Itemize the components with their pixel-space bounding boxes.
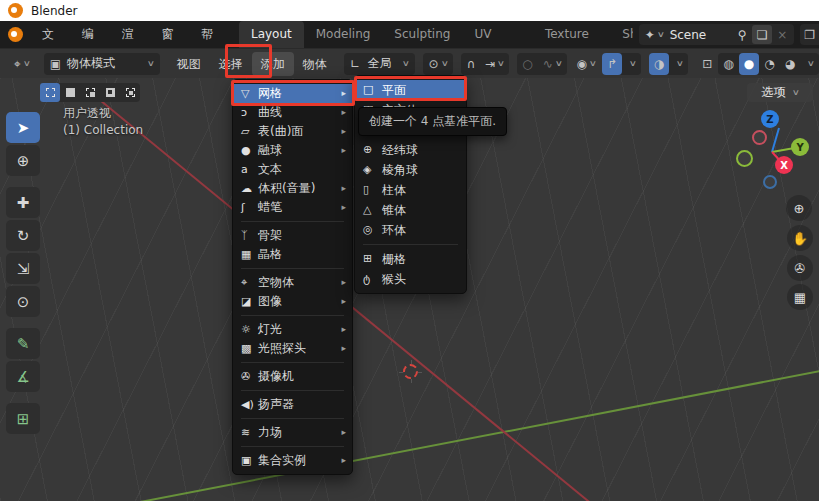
falloff-dropdown[interactable]: ∿ ∨ xyxy=(538,53,567,75)
gizmo-dropdown[interactable]: ∨ xyxy=(622,53,641,75)
menu-object[interactable]: 物体 xyxy=(294,52,336,76)
perspective-toggle-button[interactable]: ▦ xyxy=(787,284,813,310)
ico-sphere-icon: ◈ xyxy=(363,160,382,180)
select-mode-extend[interactable] xyxy=(60,83,80,102)
select-mode-set[interactable] xyxy=(40,83,60,102)
navigation-gizmo[interactable]: Z Y X xyxy=(735,105,815,195)
overlays-dropdown[interactable]: ∨ xyxy=(669,53,688,75)
tooltip: 创建一个 4 点基准平面. xyxy=(358,107,507,136)
visibility-dropdown[interactable]: ◉ ∨ xyxy=(571,53,602,75)
menu-item-grease-pencil[interactable]: ʃ 蜡笔 ▸ xyxy=(233,198,352,217)
menu-item-empty[interactable]: ⌖ 空物体 ▸ xyxy=(233,273,352,292)
measure-tool[interactable]: ∡ xyxy=(6,361,40,392)
app-menu-button[interactable] xyxy=(0,27,31,42)
options-button[interactable]: 选项 ∨ xyxy=(747,83,813,102)
scene-selector[interactable]: ✦ ∨ Scene ⚲ ❏ × xyxy=(639,24,795,45)
menu-item-speaker[interactable]: ◀) 扬声器 xyxy=(233,395,352,414)
editor-type-button[interactable]: ⌖ ∨ xyxy=(8,53,36,75)
menu-item-text[interactable]: a 文本 xyxy=(233,160,352,179)
overlays-icon: ◑ xyxy=(654,57,664,71)
show-overlays-toggle[interactable]: ◑ xyxy=(649,53,669,75)
scale-tool[interactable]: ⇲ xyxy=(6,253,40,284)
menu-view[interactable]: 视图 xyxy=(168,52,210,76)
submenu-item-uv-sphere[interactable]: ⊕ 经纬球 xyxy=(355,140,466,160)
menu-item-image[interactable]: ◪ 图像 ▸ xyxy=(233,292,352,311)
menu-item-camera[interactable]: ✇ 摄像机 xyxy=(233,367,352,386)
view-layer-selector[interactable]: ❐ xyxy=(800,24,819,45)
menu-help[interactable]: 帮助 xyxy=(190,21,230,48)
snap-group: ∩ ⇥ ∨ xyxy=(461,53,509,75)
menu-item-surface[interactable]: ▱ 表(曲)面 ▸ xyxy=(233,122,352,141)
select-mode-group xyxy=(40,83,140,102)
gizmo-minus-z-axis[interactable] xyxy=(763,175,777,189)
add-cube-tool[interactable]: ⊞ xyxy=(6,403,40,434)
select-mode-subtract[interactable] xyxy=(80,83,100,102)
gizmo-minus-y-axis[interactable] xyxy=(736,150,753,167)
menu-item-label: 扬声器 xyxy=(258,395,294,414)
mode-dropdown[interactable]: ▣ 物体模式 ∨ xyxy=(44,53,160,75)
select-mode-invert[interactable] xyxy=(100,83,120,102)
menu-item-metaball[interactable]: ● 融球 ▸ xyxy=(233,141,352,160)
xray-toggle[interactable]: ⊡ xyxy=(696,53,718,75)
pan-button[interactable]: ✋ xyxy=(787,225,813,251)
orientation-dropdown[interactable]: ∟ 全局 ∨ xyxy=(344,53,415,75)
pivot-dropdown[interactable]: ⊙ ∨ xyxy=(423,53,454,75)
annotate-tool[interactable]: ✎ xyxy=(6,328,40,359)
menu-item-force-field[interactable]: ≋ 力场 ▸ xyxy=(233,423,352,442)
tab-uv-editing[interactable]: UV Editing xyxy=(462,21,532,48)
shading-material-button[interactable]: ◔ xyxy=(759,53,779,75)
tab-texture-paint[interactable]: Texture Paint xyxy=(533,21,614,48)
menu-window[interactable]: 窗口 xyxy=(150,21,190,48)
menu-render[interactable]: 渲染 xyxy=(111,21,151,48)
submenu-item-grid[interactable]: ⊞ 栅格 xyxy=(355,249,466,269)
tab-sculpting[interactable]: Sculpting xyxy=(382,21,462,48)
blender-logo-icon-small xyxy=(8,27,23,42)
proportional-editing-toggle[interactable]: ○ xyxy=(517,53,537,75)
shading-wireframe-button[interactable]: ◍ xyxy=(718,53,738,75)
gizmo-z-axis[interactable]: Z xyxy=(761,110,779,128)
orientation-label: 全局 xyxy=(360,55,400,72)
shading-rendered-button[interactable]: ◕ xyxy=(780,53,800,75)
gizmo-minus-x-axis[interactable] xyxy=(752,130,767,145)
tab-modeling[interactable]: Modeling xyxy=(304,21,383,48)
submenu-arrow-icon: ▸ xyxy=(341,273,346,292)
shading-dropdown[interactable]: ∨ xyxy=(800,53,819,75)
menu-item-label: 集合实例 xyxy=(258,451,306,470)
menu-item-collection-instance[interactable]: ▣ 集合实例 ▸ xyxy=(233,451,352,470)
new-scene-button[interactable]: ❏ xyxy=(752,25,772,44)
submenu-item-cylinder[interactable]: ▯ 柱体 xyxy=(355,180,466,200)
submenu-item-torus[interactable]: ◎ 环体 xyxy=(355,220,466,240)
camera-view-button[interactable]: ✇ xyxy=(787,255,813,281)
submenu-item-cone[interactable]: △ 锥体 xyxy=(355,200,466,220)
menu-edit[interactable]: 编辑 xyxy=(71,21,111,48)
menu-item-volume[interactable]: ☁ 体积(音量) ▸ xyxy=(233,179,352,198)
shading-solid-button[interactable]: ● xyxy=(739,53,759,75)
submenu-item-label: 栅格 xyxy=(382,249,406,269)
show-gizmo-toggle[interactable]: ↱ xyxy=(602,53,622,75)
snap-toggle[interactable]: ∩ xyxy=(461,53,480,75)
submenu-item-ico-sphere[interactable]: ◈ 棱角球 xyxy=(355,160,466,180)
tab-shading[interactable]: Shading xyxy=(614,21,632,48)
proportional-group: ○ ∿ ∨ xyxy=(517,53,566,75)
gizmo-y-axis[interactable]: Y xyxy=(791,138,809,156)
menu-item-armature[interactable]: ᛉ 骨架 xyxy=(233,226,352,245)
menu-item-light[interactable]: ☼ 灯光 ▸ xyxy=(233,320,352,339)
menu-item-light-probe[interactable]: ▩ 光照探头 ▸ xyxy=(233,339,352,358)
move-tool[interactable]: ✚ xyxy=(6,187,40,218)
menu-item-lattice[interactable]: ▦ 晶格 xyxy=(233,245,352,264)
menu-file[interactable]: 文件 xyxy=(31,21,71,48)
menu-item-label: 晶格 xyxy=(258,245,282,264)
torus-icon: ◎ xyxy=(363,220,382,240)
zoom-button[interactable]: ⊕ xyxy=(786,195,812,221)
cursor-tool[interactable]: ⊕ xyxy=(6,145,40,176)
force-field-icon: ≋ xyxy=(241,423,258,442)
pin-icon[interactable]: ⚲ xyxy=(732,25,752,44)
snap-with-dropdown[interactable]: ⇥ ∨ xyxy=(480,53,509,75)
select-box-tool[interactable]: ➤ xyxy=(6,112,40,143)
submenu-item-monkey[interactable]: ტ 猴头 xyxy=(355,269,466,289)
close-icon[interactable]: × xyxy=(772,25,792,44)
gizmo-x-axis[interactable]: X xyxy=(775,156,793,174)
transform-tool[interactable]: ⊙ xyxy=(6,286,40,317)
select-mode-intersect[interactable] xyxy=(120,83,140,102)
rotate-tool[interactable]: ↻ xyxy=(6,220,40,251)
